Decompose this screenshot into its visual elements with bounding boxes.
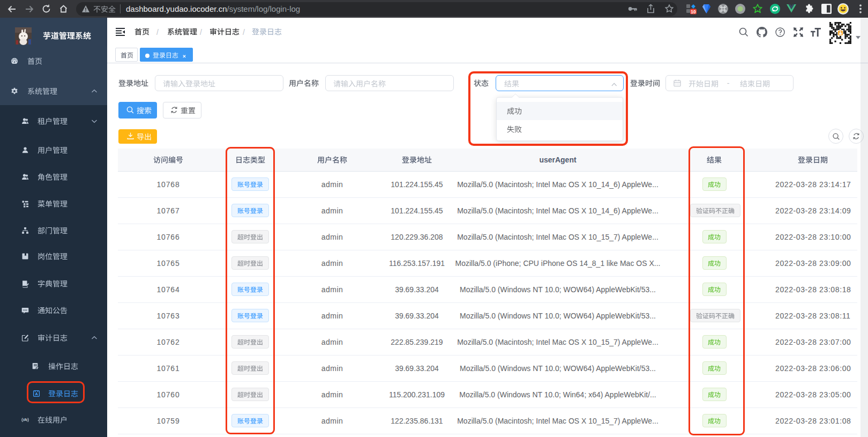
svg-text:A: A — [24, 418, 27, 421]
svg-text:10: 10 — [691, 9, 696, 14]
